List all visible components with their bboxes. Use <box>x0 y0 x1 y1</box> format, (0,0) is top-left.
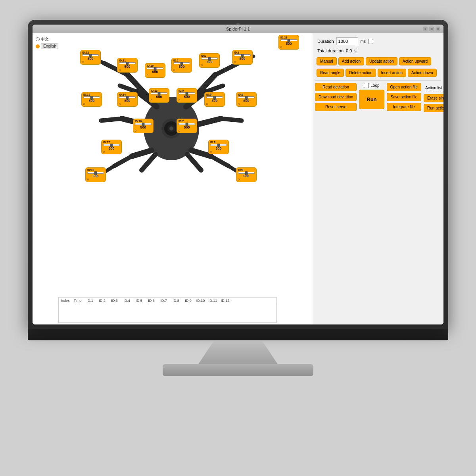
servo-id6[interactable]: ID:6 500 0 <box>236 92 257 107</box>
svg-line-15 <box>132 150 152 156</box>
monitor-chin <box>28 329 448 340</box>
col-id5: ID:5 <box>134 299 144 303</box>
servo-id18[interactable]: ID:18 500 0 <box>85 167 106 182</box>
svg-line-16 <box>114 156 132 166</box>
save-action-file-button[interactable]: Save action file <box>387 93 422 101</box>
servo-id11[interactable]: ID:11 500 0 <box>117 58 138 73</box>
servo-table: Index Time ID:1 ID:2 ID:3 ID:4 ID:5 ID:6… <box>58 297 277 323</box>
action-list-row: Action list 0 <box>424 83 443 92</box>
maximize-btn[interactable]: ✕ <box>429 27 434 31</box>
monitor-neck <box>198 340 278 364</box>
close-btn[interactable]: ✕ <box>436 27 440 31</box>
download-deviation-button[interactable]: Download deviation <box>315 93 357 101</box>
col-id3: ID:3 <box>109 299 119 303</box>
action-list-label: Action list <box>425 86 442 90</box>
loop-label: Loop <box>370 83 379 88</box>
action-upward-button[interactable]: Action upward <box>399 57 431 65</box>
col-id1: ID:1 <box>85 299 95 303</box>
total-duration-unit: s <box>354 48 357 53</box>
servo-id17[interactable]: ID:17 500 0 <box>101 140 122 154</box>
svg-line-21 <box>142 154 155 170</box>
chinese-label: 中文 <box>41 36 49 42</box>
ms-label: ms <box>361 39 366 44</box>
english-option[interactable]: English <box>36 43 55 49</box>
total-duration-value: 0.0 <box>346 48 352 53</box>
servo-id21[interactable]: ID:21 500 0 <box>278 35 299 50</box>
monitor-base <box>163 364 313 376</box>
servo-id14[interactable]: ID:14 500 0 <box>117 92 138 107</box>
separator <box>315 80 441 81</box>
delete-action-button[interactable]: Delete action <box>345 69 376 77</box>
integrate-file-button[interactable]: Integrate file <box>387 103 422 111</box>
servo-id3[interactable]: ID:3 500 0 <box>232 50 253 65</box>
col-files: Open action file Save action file Integr… <box>387 83 422 111</box>
side-servo-panel: ID:25 500 0 ID:24 500 0 ID:23 <box>277 33 313 324</box>
open-action-file-button[interactable]: Open action file <box>387 83 422 91</box>
servo-id12[interactable]: ID:12 500 0 <box>80 50 101 65</box>
duration-checkbox[interactable] <box>368 39 373 44</box>
col-id9: ID:9 <box>183 299 193 303</box>
total-duration-label: Total duration <box>317 48 344 53</box>
screen: SpiderPi 1.1 ▾ ✕ ✕ 中文 <box>33 25 443 324</box>
total-duration-row: Total duration 0.0 s <box>315 48 441 55</box>
duration-input[interactable] <box>336 37 358 45</box>
loop-row: Loop <box>364 83 379 88</box>
col-id6: ID:6 <box>146 299 156 303</box>
col-id7: ID:7 <box>159 299 169 303</box>
erase-row: Erase single All erase <box>424 94 443 102</box>
insert-action-button[interactable]: Insert action <box>378 69 406 77</box>
svg-line-14 <box>221 119 242 121</box>
col-id10: ID:10 <box>196 299 205 303</box>
add-action-button[interactable]: Add action <box>338 57 364 65</box>
servo-id8[interactable]: ID:8 500 0 <box>208 140 229 154</box>
loop-checkbox[interactable] <box>364 83 369 88</box>
read-deviation-button[interactable]: Read deviation <box>315 83 357 91</box>
action-down-button[interactable]: Action down <box>408 69 436 77</box>
run-button[interactable]: Run <box>359 90 384 109</box>
btn-row-1: Manual Add action Update action Action u… <box>315 56 441 66</box>
btn-row-2: Read angle Delete action Insert action A… <box>315 68 441 78</box>
servo-id10[interactable]: ID:10 500 0 <box>145 63 165 78</box>
servo-id2[interactable]: ID:2 500 0 <box>199 53 220 68</box>
servo-id1[interactable]: ID:1 500 0 <box>171 58 192 73</box>
duration-row: Duration ms <box>315 36 441 47</box>
run-action-button[interactable]: Run action <box>424 104 443 112</box>
servo-id5-left[interactable]: ID:5 500 0 <box>177 88 197 103</box>
bottom-controls: Read deviation Download deviation Reset … <box>315 83 441 112</box>
servo-id7[interactable]: ID:7 500 0 <box>177 119 197 133</box>
reset-servo-button[interactable]: Reset servo <box>315 103 357 111</box>
col-time: Time <box>73 299 83 303</box>
robot-body <box>89 56 253 176</box>
servo-id9[interactable]: ID:9 500 0 <box>236 167 257 182</box>
duration-label: Duration <box>317 39 334 44</box>
servo-id13[interactable]: ID:13 500 0 <box>149 88 169 103</box>
servo-id15[interactable]: ID:15 500 0 <box>81 92 102 107</box>
chinese-option[interactable]: 中文 <box>36 36 55 42</box>
svg-line-12 <box>101 119 122 121</box>
svg-line-19 <box>211 156 229 166</box>
col-actions: Action list 0 Erase single All erase Run <box>424 83 443 112</box>
col-id8: ID:8 <box>171 299 181 303</box>
servo-id16[interactable]: ID:16 500 0 <box>133 119 154 133</box>
col-index: Index <box>60 299 70 303</box>
table-header: Index Time ID:1 ID:2 ID:3 ID:4 ID:5 ID:6… <box>59 298 276 304</box>
controls-panel: Duration ms Total duration 0.0 s Manual <box>313 33 443 324</box>
read-angle-button[interactable]: Read angle <box>317 69 344 77</box>
update-action-button[interactable]: Update action <box>366 57 397 65</box>
robot-display: ID:12 500 0 ID:11 500 0 ID:10 <box>58 33 277 324</box>
run-stop-row: Run action Stop <box>424 104 443 112</box>
svg-point-26 <box>169 127 173 131</box>
language-panel: 中文 English <box>33 33 58 324</box>
window-controls: ▾ ✕ ✕ <box>423 27 440 31</box>
col-id2: ID:2 <box>97 299 107 303</box>
chinese-radio[interactable] <box>36 37 40 41</box>
monitor-bezel: SpiderPi 1.1 ▾ ✕ ✕ 中文 <box>28 20 448 329</box>
erase-single-button[interactable]: Erase single <box>424 94 443 102</box>
svg-line-22 <box>187 154 201 170</box>
english-radio[interactable] <box>36 44 40 48</box>
servo-id5-right[interactable]: ID:5 500 0 <box>204 92 225 107</box>
minimize-btn[interactable]: ▾ <box>423 27 428 31</box>
manual-button[interactable]: Manual <box>317 57 337 65</box>
svg-line-13 <box>197 119 221 125</box>
app-title: SpiderPi 1.1 <box>226 27 250 31</box>
